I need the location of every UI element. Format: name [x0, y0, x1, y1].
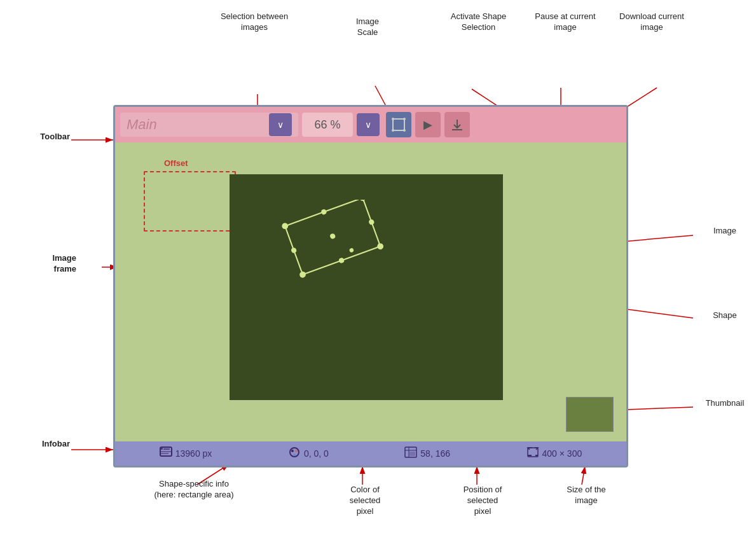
- size-of-image-label: Size of theimage: [554, 485, 618, 506]
- activate-shape-selection-label: Activate Shape Selection: [442, 11, 515, 33]
- infobar: 13960 px 0, 0, 0: [115, 441, 626, 466]
- image-selector[interactable]: Main ∨: [120, 113, 298, 137]
- scale-dropdown-button[interactable]: ∨: [357, 113, 380, 136]
- svg-point-32: [329, 233, 336, 239]
- image-frame-label: Imageframe: [13, 253, 76, 275]
- svg-point-31: [291, 247, 297, 253]
- svg-point-27: [376, 242, 384, 250]
- infobar-label: Infobar: [10, 439, 70, 450]
- color-icon: [288, 447, 301, 461]
- svg-point-26: [299, 271, 306, 279]
- selection-between-images-label: Selection between images: [219, 11, 289, 33]
- image-label: Image: [696, 226, 753, 237]
- svg-point-30: [338, 257, 345, 263]
- size-icon: [526, 447, 539, 461]
- image-scale-label: Image Scale: [345, 17, 390, 38]
- svg-point-25: [359, 200, 366, 202]
- image-frame: Offset: [115, 142, 626, 441]
- shape-specific-info-label: Shape-specific info(here: rectangle area…: [143, 479, 245, 501]
- image-name: Main: [127, 116, 157, 133]
- shape-selection-icon: [392, 118, 406, 132]
- svg-rect-46: [409, 452, 415, 456]
- scale-display: 66 %: [302, 113, 353, 137]
- shape-svg: [265, 200, 404, 282]
- thumbnail: [566, 397, 614, 432]
- play-pause-button[interactable]: ▶: [415, 112, 441, 137]
- color-value: 0, 0, 0: [304, 448, 329, 459]
- shape-info-icon: [160, 447, 172, 461]
- ui-frame: Main ∨ 66 % ∨ ▶: [113, 105, 628, 467]
- position-value: 58, 166: [420, 448, 450, 459]
- color-of-selected-pixel-label: Color ofselectedpixel: [333, 485, 397, 517]
- svg-point-35: [161, 448, 163, 450]
- position-info-item: 58, 166: [404, 447, 450, 461]
- svg-point-42: [293, 454, 296, 456]
- download-icon: [450, 118, 464, 132]
- pause-at-current-image-label: Pause at current image: [530, 11, 600, 33]
- svg-point-33: [349, 247, 354, 253]
- shape-container: [265, 200, 404, 282]
- toolbar: Main ∨ 66 % ∨ ▶: [115, 107, 626, 142]
- svg-point-19: [392, 129, 394, 132]
- svg-point-41: [295, 450, 298, 452]
- svg-point-24: [281, 222, 289, 230]
- download-current-image-label: Download current image: [617, 11, 687, 33]
- shape-info-value: 13960 px: [175, 448, 212, 459]
- offset-label: Offset: [164, 158, 188, 168]
- position-of-selected-pixel-label: Position ofselectedpixel: [448, 485, 518, 517]
- shape-selection-button[interactable]: [386, 112, 411, 137]
- shape-label: Shape: [696, 310, 753, 321]
- svg-rect-16: [393, 119, 404, 130]
- color-info-item: 0, 0, 0: [288, 447, 329, 461]
- offset-box: Offset: [144, 171, 236, 232]
- svg-point-17: [392, 118, 394, 120]
- svg-point-18: [403, 118, 406, 120]
- image-dropdown-button[interactable]: ∨: [269, 113, 292, 136]
- svg-line-14: [582, 466, 585, 485]
- size-info-item: 400 × 300: [526, 447, 582, 461]
- svg-point-20: [403, 129, 406, 132]
- download-button[interactable]: [444, 112, 470, 137]
- svg-point-29: [368, 219, 375, 225]
- thumbnail-label: Thumbnail: [696, 398, 753, 409]
- svg-point-28: [320, 209, 327, 215]
- shape-info-item: 13960 px: [160, 447, 212, 461]
- svg-point-40: [291, 450, 294, 452]
- toolbar-label: Toolbar: [13, 132, 70, 142]
- size-value: 400 × 300: [542, 448, 582, 459]
- position-icon: [404, 447, 417, 461]
